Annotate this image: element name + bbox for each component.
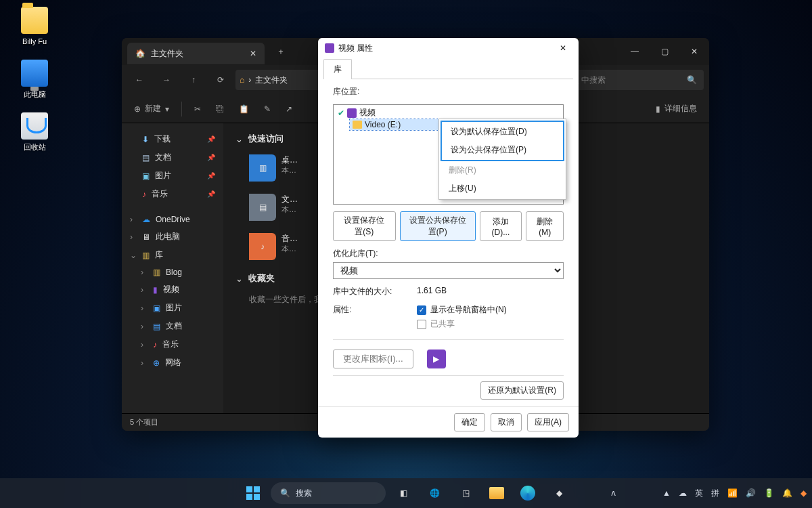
tray-app-icon[interactable]: ◆ — [800, 488, 807, 498]
recycle-bin-icon — [21, 112, 48, 140]
explorer-sidebar: ⬇下载📌 ▤文档📌 ▣图片📌 ♪音乐📌 ›☁OneDrive ›🖥此电脑 ⌄▥库… — [122, 123, 223, 413]
separator — [181, 102, 182, 117]
desktop-recycle-bin[interactable]: 回收站 — [11, 112, 58, 152]
check-icon: ✔ — [338, 108, 344, 118]
cut-button[interactable]: ✂ — [187, 100, 208, 118]
taskbar-search[interactable]: 🔍搜索 — [271, 482, 386, 504]
breadcrumb: 主文件夹 — [255, 75, 288, 86]
sidebar-item-blog[interactable]: ›▥Blog — [125, 264, 221, 280]
ime-indicator[interactable]: 英 — [695, 488, 703, 499]
tray-icon[interactable]: ▲ — [662, 488, 671, 498]
sidebar-item-pictures-lib[interactable]: ›▣图片 — [125, 299, 221, 317]
taskbar-app-1[interactable]: 🌐 — [421, 481, 448, 505]
folder-icon: ▤ — [249, 194, 276, 221]
sidebar-item-network[interactable]: ›⊕网络 — [125, 354, 221, 372]
sidebar-item-music[interactable]: ♪音乐📌 — [125, 185, 221, 203]
nav-back-button[interactable]: ← — [127, 69, 152, 91]
remove-location-button[interactable]: 删除(M) — [526, 211, 564, 241]
nav-forward-button[interactable]: → — [154, 69, 179, 91]
tray-overflow-button[interactable]: ʌ — [611, 488, 616, 498]
document-icon: ▤ — [142, 153, 150, 163]
pin-icon: 📌 — [207, 154, 215, 161]
onedrive-tray-icon[interactable]: ☁ — [679, 488, 687, 498]
video-library-icon — [325, 43, 334, 53]
minimize-button[interactable]: ― — [620, 38, 650, 65]
restore-defaults-button[interactable]: 还原为默认设置(R) — [480, 381, 564, 400]
taskbar-explorer[interactable] — [483, 481, 510, 505]
set-save-location-button[interactable]: 设置保存位置(S) — [333, 211, 396, 241]
desktop-icon-label: Billy Fu — [22, 37, 47, 45]
set-public-location-button[interactable]: 设置公共保存位置(P) — [400, 211, 476, 241]
sidebar-item-documents[interactable]: ▤文档📌 — [125, 148, 221, 167]
folder-icon — [21, 7, 48, 34]
tab-library[interactable]: 库 — [323, 59, 352, 79]
tree-root-videos[interactable]: ✔视频 — [335, 106, 562, 119]
music-icon: ♪ — [142, 190, 146, 199]
sidebar-item-documents-lib[interactable]: ›▤文档 — [125, 317, 221, 335]
location-label: 库位置: — [333, 86, 564, 98]
ctx-set-public[interactable]: 设为公共保存位置(P) — [443, 141, 562, 159]
battery-icon[interactable]: 🔋 — [764, 488, 774, 498]
volume-icon[interactable]: 🔊 — [746, 488, 756, 498]
sidebar-item-onedrive[interactable]: ›☁OneDrive — [125, 211, 221, 228]
notifications-icon[interactable]: 🔔 — [782, 488, 792, 498]
ctx-set-default[interactable]: 设为默认保存位置(D) — [443, 123, 562, 141]
nav-refresh-button[interactable]: ⟳ — [208, 69, 233, 91]
add-location-button[interactable]: 添加(D)... — [480, 211, 522, 241]
start-button[interactable] — [240, 481, 267, 505]
sidebar-item-libraries[interactable]: ⌄▥库 — [125, 246, 221, 264]
optimize-select[interactable]: 视频 — [333, 262, 564, 279]
sidebar-item-music-lib[interactable]: ›♪音乐 — [125, 335, 221, 354]
pin-icon: 📌 — [207, 135, 215, 143]
ctx-remove[interactable]: 删除(R) — [441, 161, 564, 179]
desktop-icon-label: 此电脑 — [24, 90, 46, 98]
rename-button[interactable]: ✎ — [257, 100, 277, 118]
sidebar-item-pictures[interactable]: ▣图片📌 — [125, 167, 221, 185]
pictures-icon: ▣ — [142, 171, 150, 181]
ok-button[interactable]: 确定 — [454, 413, 485, 431]
home-icon: ⌂ — [240, 75, 244, 85]
close-button[interactable]: ✕ — [679, 38, 709, 65]
new-button[interactable]: ⊕ 新建 ▾ — [127, 99, 176, 119]
edge-icon — [520, 486, 535, 501]
wifi-icon[interactable]: 📶 — [727, 488, 738, 498]
pc-icon: 🖥 — [142, 232, 150, 242]
optimize-label: 优化此库(T): — [333, 248, 564, 259]
paste-button[interactable]: 📋 — [232, 100, 256, 118]
explorer-tab[interactable]: 🏠 主文件夹 ✕ — [127, 43, 265, 64]
share-button[interactable]: ↗ — [279, 100, 299, 118]
cancel-button[interactable]: 取消 — [491, 413, 522, 431]
tab-close-button[interactable]: ✕ — [250, 49, 256, 58]
checkbox-icon — [417, 320, 426, 329]
maximize-button[interactable]: ▢ — [650, 38, 679, 65]
task-view-button[interactable]: ◧ — [390, 481, 417, 505]
copy-button[interactable]: ⿻ — [209, 100, 231, 118]
sidebar-item-this-pc[interactable]: ›🖥此电脑 — [125, 228, 221, 246]
library-locations-tree[interactable]: ✔视频 Video (E:) 设为默认保存位置(D) 设为公共保存位置(P) 删… — [333, 104, 564, 205]
sidebar-item-videos[interactable]: ›▮视频 — [125, 280, 221, 299]
tab-title: 主文件夹 — [151, 48, 183, 60]
shared-checkbox[interactable]: 已共享 — [417, 318, 507, 330]
ime-mode[interactable]: 拼 — [711, 488, 719, 499]
context-menu: 设为默认保存位置(D) 设为公共保存位置(P) 删除(R) 上移(U) — [438, 119, 566, 200]
taskbar-app-2[interactable]: ◳ — [452, 481, 479, 505]
desktop-folder-user[interactable]: Billy Fu — [11, 7, 58, 46]
show-in-nav-checkbox[interactable]: ✓显示在导航窗格中(N) — [417, 304, 507, 316]
system-tray: ▲ ☁ 英 拼 📶 🔊 🔋 🔔 ◆ — [662, 488, 807, 499]
folder-icon — [353, 121, 362, 129]
details-toggle[interactable]: ▮ 详细信息 — [649, 99, 704, 119]
dialog-close-button[interactable]: ✕ — [554, 41, 572, 56]
change-icon-button[interactable]: 更改库图标(I)... — [333, 350, 413, 368]
desktop-this-pc[interactable]: 此电脑 — [11, 60, 58, 100]
ctx-move-up[interactable]: 上移(U) — [441, 179, 564, 198]
nav-up-button[interactable]: ↑ — [181, 69, 206, 91]
dialog-footer: 确定 取消 应用(A) — [318, 406, 579, 438]
apply-button[interactable]: 应用(A) — [527, 413, 569, 431]
cloud-icon: ☁ — [142, 215, 150, 224]
folder-icon: ▥ — [249, 154, 276, 182]
taskbar-edge[interactable] — [514, 481, 541, 505]
desktop-icon-label: 回收站 — [24, 143, 46, 151]
sidebar-item-downloads[interactable]: ⬇下载📌 — [125, 130, 221, 148]
new-tab-button[interactable]: ＋ — [271, 43, 290, 60]
taskbar-app-3[interactable]: ◆ — [545, 481, 572, 505]
